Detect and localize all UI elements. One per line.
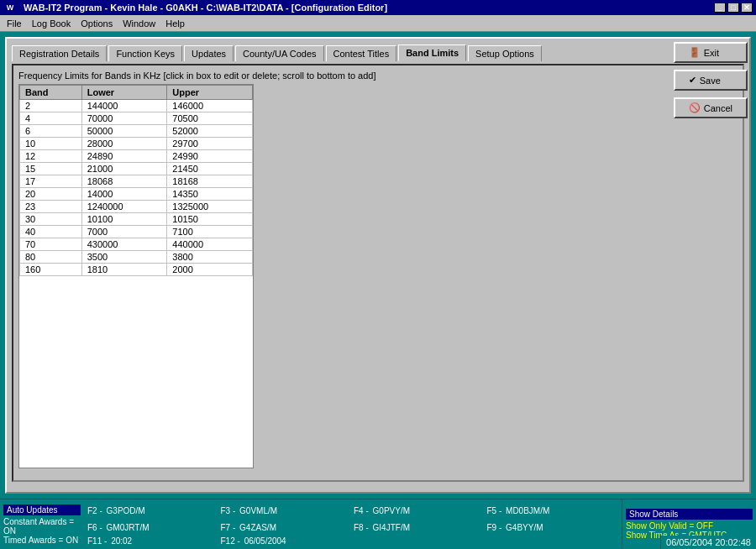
fn-key: F3 - <box>221 506 236 515</box>
menu-bar: File Log Book Options Window Help <box>0 15 756 32</box>
table-row[interactable]: 70430000440000 <box>20 238 253 251</box>
fn-key: F12 - <box>221 536 240 546</box>
band-table-container[interactable]: Band Lower Upper 21440001460004700007050… <box>18 84 254 468</box>
cell-band: 20 <box>20 188 82 201</box>
fn-item: F9 - G4BYY/M <box>487 520 619 535</box>
fn-value: G0VML/M <box>239 506 277 515</box>
table-row[interactable]: 65000052000 <box>20 125 253 138</box>
datetime-text: 06/05/2004 20:02:48 <box>666 537 751 547</box>
table-row[interactable]: 47000070500 <box>20 112 253 125</box>
table-row[interactable]: 2144000146000 <box>20 100 253 112</box>
cell-upper: 29700 <box>167 138 253 150</box>
cell-lower: 28000 <box>81 138 167 150</box>
tab-contest[interactable]: Contest Titles <box>326 45 397 61</box>
content-panel: Frequency Limits for Bands in KHz [click… <box>12 64 744 482</box>
auto-updates-badge: Auto Updates <box>3 505 81 515</box>
cell-lower: 50000 <box>81 125 167 138</box>
table-row[interactable]: 16018102000 <box>20 264 253 276</box>
exit-icon: 🚪 <box>689 47 701 58</box>
fn-value: GM0JRT/M <box>107 523 150 532</box>
cell-band: 17 <box>20 175 82 188</box>
cell-upper: 1325000 <box>167 201 253 213</box>
instruction-text: Frequency Limits for Bands in KHz [click… <box>18 71 738 81</box>
cell-band: 40 <box>20 226 82 238</box>
fn-value: G3POD/M <box>107 506 145 515</box>
cell-lower: 3500 <box>81 251 167 264</box>
tab-registration[interactable]: Registration Details <box>12 45 107 61</box>
cell-band: 70 <box>20 238 82 251</box>
cell-upper: 10150 <box>167 213 253 226</box>
fn-item: F6 - GM0JRT/M <box>87 520 219 535</box>
band-table-body: 2144000146000470000705006500005200010280… <box>20 100 253 276</box>
table-row[interactable]: 122489024990 <box>20 150 253 163</box>
close-button[interactable]: ✕ <box>741 3 753 13</box>
cell-band: 4 <box>20 112 82 125</box>
buttons-area: 🚪 Exit ✔ Save 🚫 Cancel <box>674 42 748 118</box>
fn-key: F2 - <box>87 506 102 515</box>
table-row[interactable]: 102800029700 <box>20 138 253 150</box>
menu-logbook[interactable]: Log Book <box>27 17 76 30</box>
tab-updates[interactable]: Updates <box>184 45 234 61</box>
cell-upper: 440000 <box>167 238 253 251</box>
cell-upper: 2000 <box>167 264 253 276</box>
table-row[interactable]: 201400014350 <box>20 188 253 201</box>
fn-value: G4BYY/M <box>506 523 543 532</box>
table-row[interactable]: 171806818168 <box>20 175 253 188</box>
main-area: Registration Details Function Keys Updat… <box>0 32 756 499</box>
fn-item: F2 - G3POD/M <box>87 503 219 518</box>
cell-upper: 14350 <box>167 188 253 201</box>
fn-key: F7 - <box>221 523 236 532</box>
cell-upper: 70500 <box>167 112 253 125</box>
fn-value: 06/05/2004 <box>244 536 286 546</box>
cell-lower: 144000 <box>81 100 167 112</box>
status-middle: F2 - G3POD/MF3 - G0VML/MF4 - G0PVY/MF5 -… <box>84 499 622 549</box>
menu-options[interactable]: Options <box>76 17 118 30</box>
menu-help[interactable]: Help <box>160 17 190 30</box>
cell-upper: 3800 <box>167 251 253 264</box>
cell-upper: 24990 <box>167 150 253 163</box>
cell-upper: 21450 <box>167 163 253 175</box>
tab-function-keys[interactable]: Function Keys <box>108 45 182 61</box>
table-row[interactable]: 2312400001325000 <box>20 201 253 213</box>
fn-item: F3 - G0VML/M <box>221 503 353 518</box>
cell-band: 2 <box>20 100 82 112</box>
cell-upper: 18168 <box>167 175 253 188</box>
fn-item: F8 - GI4JTF/M <box>354 520 486 535</box>
cell-lower: 430000 <box>81 238 167 251</box>
table-row[interactable]: 152100021450 <box>20 163 253 175</box>
cancel-button[interactable]: 🚫 Cancel <box>674 97 748 118</box>
minimize-button[interactable]: _ <box>714 3 726 13</box>
menu-file[interactable]: File <box>2 17 27 30</box>
tab-county[interactable]: County/UA Codes <box>235 45 323 61</box>
tab-band-limits[interactable]: Band Limits <box>398 44 466 61</box>
fn-key: F11 - <box>87 536 107 546</box>
cell-band: 6 <box>20 125 82 138</box>
tab-setup[interactable]: Setup Options <box>468 45 542 61</box>
status-left: Auto Updates Constant Awards = ON Timed … <box>0 499 84 549</box>
cell-lower: 21000 <box>81 163 167 175</box>
title-controls[interactable]: _ □ ✕ <box>714 3 753 13</box>
exit-button[interactable]: 🚪 Exit <box>674 42 748 63</box>
fn-value: 20:02 <box>111 536 132 546</box>
menu-window[interactable]: Window <box>118 17 160 30</box>
app-icon: W <box>3 1 17 14</box>
table-row[interactable]: 4070007100 <box>20 226 253 238</box>
save-button[interactable]: ✔ Save <box>674 70 748 91</box>
fn-item: F5 - MD0BJM/M <box>487 503 619 518</box>
fn-key: F9 - <box>487 523 502 532</box>
cell-lower: 1240000 <box>81 201 167 213</box>
cell-band: 160 <box>20 264 82 276</box>
cell-band: 12 <box>20 150 82 163</box>
maximize-button[interactable]: □ <box>727 3 739 13</box>
title-text: WAB-IT2 Program - Kevin Hale - G0AKH - C… <box>24 3 387 13</box>
cell-band: 15 <box>20 163 82 175</box>
cell-upper: 7100 <box>167 226 253 238</box>
status-bar: Auto Updates Constant Awards = ON Timed … <box>0 499 756 549</box>
table-row[interactable]: 8035003800 <box>20 251 253 264</box>
cell-lower: 14000 <box>81 188 167 201</box>
tabs-row: Registration Details Function Keys Updat… <box>12 44 744 60</box>
fn-value: G0PVY/M <box>373 506 410 515</box>
cell-lower: 18068 <box>81 175 167 188</box>
table-row[interactable]: 301010010150 <box>20 213 253 226</box>
fn-item: F7 - G4ZAS/M <box>221 520 353 535</box>
